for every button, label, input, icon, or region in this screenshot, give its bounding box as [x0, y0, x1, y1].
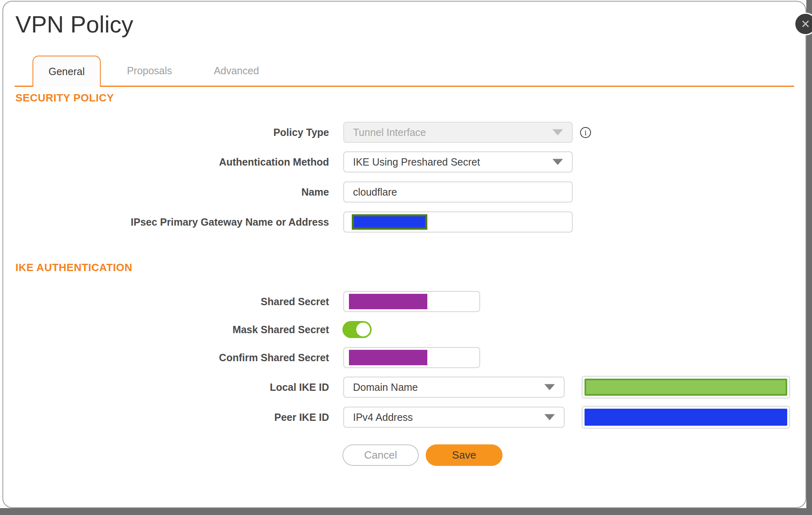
tab-proposals-label: Proposals	[127, 65, 172, 77]
name-label: Name	[0, 181, 329, 203]
close-button[interactable]: ✕	[794, 13, 812, 35]
peer-ike-id-value: IPv4 Address	[353, 412, 413, 423]
policy-type-dropdown: Tunnel Interface	[343, 122, 573, 143]
chevron-down-icon	[552, 129, 563, 136]
toggle-knob	[356, 323, 370, 336]
tab-general[interactable]: General	[32, 56, 101, 87]
peer-ike-id-dropdown[interactable]: IPv4 Address	[343, 407, 565, 428]
name-value: cloudflare	[353, 186, 397, 198]
ipsec-gateway-label: IPsec Primary Gateway Name or Address	[0, 211, 329, 233]
local-ike-id-value: Domain Name	[353, 381, 418, 393]
policy-type-value: Tunnel Interface	[353, 127, 426, 138]
mask-shared-secret-label: Mask Shared Secret	[0, 319, 329, 340]
close-icon: ✕	[801, 17, 810, 31]
confirm-shared-secret-input[interactable]	[343, 347, 480, 368]
info-icon[interactable]: i	[580, 127, 591, 138]
confirm-shared-secret-label: Confirm Shared Secret	[0, 347, 329, 368]
policy-type-label: Policy Type	[0, 122, 329, 143]
peer-ike-id-label: Peer IKE ID	[0, 407, 329, 428]
local-ike-id-value-input[interactable]	[582, 376, 790, 399]
cancel-button-label: Cancel	[364, 449, 397, 461]
shared-secret-input[interactable]	[343, 291, 480, 312]
name-input[interactable]: cloudflare	[343, 181, 573, 203]
authentication-method-label: Authentication Method	[0, 151, 329, 172]
authentication-method-value: IKE Using Preshared Secret	[353, 156, 480, 168]
confirm-shared-secret-redaction-box	[349, 350, 427, 365]
mask-shared-secret-toggle[interactable]	[342, 321, 372, 338]
tab-advanced[interactable]: Advanced	[188, 56, 285, 86]
ipsec-gateway-redaction-box	[352, 214, 427, 230]
tab-proposals[interactable]: Proposals	[101, 56, 198, 86]
chevron-down-icon	[544, 384, 555, 390]
section-heading-security-policy: SECURITY POLICY	[15, 92, 114, 104]
local-ike-id-label: Local IKE ID	[0, 377, 329, 398]
shared-secret-redaction-box	[349, 294, 427, 309]
peer-ike-id-value-input[interactable]	[582, 406, 790, 429]
local-ike-id-redaction-box	[585, 379, 787, 396]
chevron-down-icon	[544, 414, 555, 420]
chevron-down-icon	[552, 159, 563, 165]
vpn-policy-dialog-page: VPN Policy ✕ General Proposals Advanced …	[0, 0, 812, 515]
save-button[interactable]: Save	[426, 444, 502, 466]
local-ike-id-dropdown[interactable]: Domain Name	[343, 377, 565, 398]
ipsec-gateway-input[interactable]	[343, 211, 573, 233]
save-button-label: Save	[452, 449, 476, 461]
cancel-button[interactable]: Cancel	[342, 444, 419, 466]
peer-ike-id-redaction-box	[585, 409, 787, 426]
authentication-method-dropdown[interactable]: IKE Using Preshared Secret	[343, 151, 573, 172]
shared-secret-label: Shared Secret	[0, 291, 329, 312]
page-title: VPN Policy	[15, 11, 133, 38]
section-heading-ike-authentication: IKE AUTHENTICATION	[15, 261, 132, 274]
tab-general-label: General	[49, 66, 85, 78]
tab-bar-underline	[15, 86, 794, 87]
tab-advanced-label: Advanced	[214, 65, 259, 77]
